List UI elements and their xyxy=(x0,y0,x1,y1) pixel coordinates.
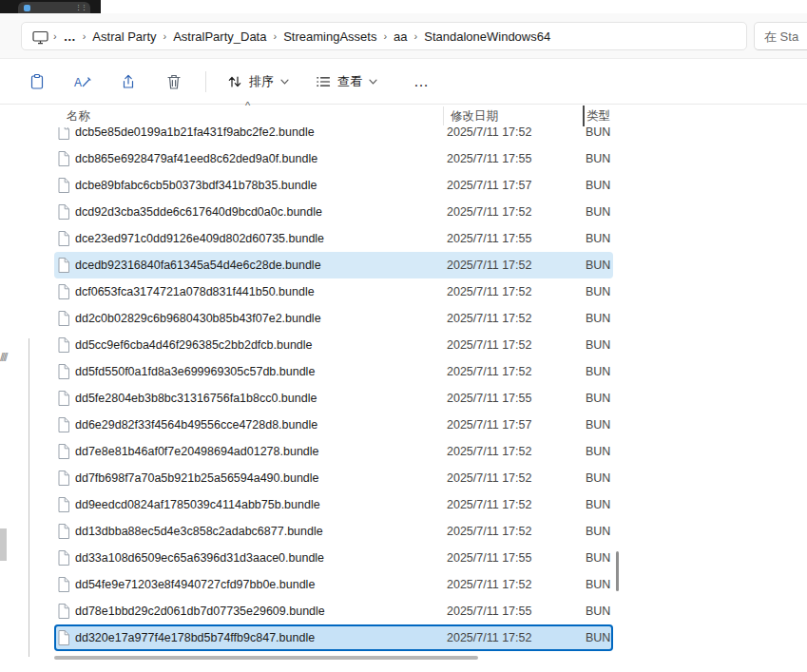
breadcrumb: › … › Astral Party › AstralParty_Data › … xyxy=(21,22,747,50)
file-row[interactable]: dd5fd550f0a1fd8a3e699969305c57db.bundle … xyxy=(54,358,613,385)
paste-button[interactable] xyxy=(21,66,53,98)
file-date: 2025/7/11 17:55 xyxy=(447,152,586,165)
file-date: 2025/7/11 17:55 xyxy=(447,605,586,618)
pane-divider[interactable] xyxy=(29,338,29,657)
share-icon xyxy=(120,73,137,90)
file-row[interactable]: dcf0653fca3174721a078d831f441b50.bundle … xyxy=(54,278,613,305)
file-row[interactable]: dd7fb698f7a70a5b921b25a56594a490.bundle … xyxy=(54,465,613,491)
more-options-button[interactable]: … xyxy=(402,73,441,90)
file-date: 2025/7/11 17:52 xyxy=(447,259,586,272)
file-row[interactable]: dd9eedcd0824af1785039c4114abb75b.bundle … xyxy=(54,491,613,518)
delete-button[interactable] xyxy=(158,66,190,98)
file-icon xyxy=(57,178,70,193)
file-type: BUN xyxy=(586,205,610,219)
file-row[interactable]: dd13dbba88ec5d4e3c858c2adabc6877.bundle … xyxy=(54,518,613,545)
file-row[interactable]: dcedb92316840fa61345a54d4e6c28de.bundle … xyxy=(54,252,613,278)
file-row[interactable]: dd320e17a977f4e178bd5b74ffb9c847.bundle … xyxy=(54,624,613,651)
file-row[interactable]: dd54fe9e71203e8f4940727cfd97bb0e.bundle … xyxy=(54,571,613,598)
view-list-icon xyxy=(316,75,331,88)
file-type: BUN xyxy=(586,232,610,245)
file-row[interactable]: dd7e8e81b46af0f7e20498694ad01278.bundle … xyxy=(54,438,613,465)
view-button[interactable]: 查看 xyxy=(308,66,385,98)
file-date: 2025/7/11 17:52 xyxy=(447,631,586,644)
file-name: dd320e17a977f4e178bd5b74ffb9c847.bundle xyxy=(75,631,447,644)
file-name: dd13dbba88ec5d4e3c858c2adabc6877.bundle xyxy=(75,525,447,538)
breadcrumb-overflow-button[interactable]: … xyxy=(58,29,82,44)
file-date: 2025/7/11 17:55 xyxy=(447,392,586,405)
column-header-date[interactable]: 修改日期 xyxy=(451,105,498,127)
file-row[interactable]: dd33a108d6509ec65a6396d31d3aace0.bundle … xyxy=(54,545,613,571)
column-divider[interactable] xyxy=(443,106,444,125)
tab-grip-icon: ⋮⋮ xyxy=(75,3,86,12)
file-row[interactable]: dcbe89bfabc6cb5b0373bdf341b78b35.bundle … xyxy=(54,172,613,199)
file-name: dd7fb698f7a70a5b921b25a56594a490.bundle xyxy=(75,471,447,485)
file-date: 2025/7/11 17:52 xyxy=(447,338,586,352)
file-name: dd2c0b02829c6b9680430b85b43f07e2.bundle xyxy=(75,312,447,325)
file-type: BUN xyxy=(586,312,610,325)
file-name: dcedb92316840fa61345a54d4e6c28de.bundle xyxy=(75,259,447,272)
file-type: BUN xyxy=(586,525,610,538)
file-date: 2025/7/11 17:52 xyxy=(447,312,586,325)
file-type: BUN xyxy=(586,471,610,485)
file-name: dd33a108d6509ec65a6396d31d3aace0.bundle xyxy=(75,551,447,565)
file-icon xyxy=(57,364,70,379)
rename-button[interactable]: A xyxy=(67,66,99,98)
file-type: BUN xyxy=(586,392,610,405)
breadcrumb-item[interactable]: StandaloneWindows64 xyxy=(418,29,556,44)
splitter-grip-icon[interactable]: //// xyxy=(0,350,6,364)
file-date: 2025/7/11 17:52 xyxy=(447,125,586,139)
file-date: 2025/7/11 17:52 xyxy=(447,365,586,378)
left-scrollbar-thumb[interactable] xyxy=(0,528,7,561)
sort-label: 排序 xyxy=(249,73,274,90)
file-date: 2025/7/11 17:52 xyxy=(447,578,586,591)
file-type: BUN xyxy=(586,125,610,139)
file-type: BUN xyxy=(586,152,610,165)
file-row[interactable]: dce23ed971c0dd9126e409d802d60735.bundle … xyxy=(54,225,613,252)
vertical-scrollbar-thumb[interactable] xyxy=(616,551,619,591)
sort-ascending-icon: ^ xyxy=(245,100,250,111)
file-row[interactable]: dd78e1bbd29c2d061db7d07735e29609.bundle … xyxy=(54,598,613,624)
file-icon xyxy=(57,391,70,406)
column-headers: ^ 名称 修改日期 类型 xyxy=(54,105,617,127)
breadcrumb-item[interactable]: StreamingAssets xyxy=(278,29,382,44)
file-type: BUN xyxy=(586,365,610,378)
file-row[interactable]: dd5fe2804eb3b8bc31316756fa1b8cc0.bundle … xyxy=(54,385,613,412)
tab-app-icon xyxy=(24,5,30,11)
this-pc-icon[interactable] xyxy=(32,30,48,45)
file-icon xyxy=(57,417,70,432)
file-icon xyxy=(57,258,70,273)
file-name: dcb865e6928479af41eed8c62ded9a0f.bundle xyxy=(75,152,447,165)
file-icon xyxy=(57,204,70,220)
breadcrumb-item[interactable]: Astral Party xyxy=(86,29,162,44)
file-name: dcd92d3cba35dde6c617640d9bcd0a0c.bundle xyxy=(75,205,447,219)
file-row[interactable]: dd5cc9ef6cba4d46f296385c2bb2dfcb.bundle … xyxy=(54,332,613,358)
file-date: 2025/7/11 17:52 xyxy=(447,285,586,298)
breadcrumb-item[interactable]: AstralParty_Data xyxy=(167,29,272,44)
column-header-name[interactable]: 名称 xyxy=(67,105,90,127)
file-type: BUN xyxy=(586,259,610,272)
file-icon xyxy=(57,444,70,459)
column-header-type[interactable]: 类型 xyxy=(586,105,610,127)
file-type: BUN xyxy=(586,578,610,591)
file-row[interactable]: dd6e29d82f33f4564b49556cce4728d8.bundle … xyxy=(54,412,613,438)
chevron-down-icon xyxy=(369,79,377,85)
search-input[interactable] xyxy=(754,22,807,50)
file-date: 2025/7/11 17:52 xyxy=(447,445,586,458)
file-date: 2025/7/11 17:52 xyxy=(447,525,586,538)
explorer-tab[interactable]: ⋮⋮ xyxy=(18,2,90,13)
file-row[interactable]: dd2c0b02829c6b9680430b85b43f07e2.bundle … xyxy=(54,305,613,332)
sort-button[interactable]: 排序 xyxy=(220,66,297,98)
horizontal-scrollbar-thumb[interactable] xyxy=(54,656,478,660)
share-button[interactable] xyxy=(112,66,144,98)
file-date: 2025/7/11 17:55 xyxy=(447,232,586,245)
file-icon xyxy=(57,604,70,619)
breadcrumb-item[interactable]: aa xyxy=(388,29,413,44)
file-name: dd5fe2804eb3b8bc31316756fa1b8cc0.bundle xyxy=(75,392,447,405)
sort-arrows-icon xyxy=(227,74,242,89)
file-row[interactable]: dcd92d3cba35dde6c617640d9bcd0a0c.bundle … xyxy=(54,199,613,225)
file-name: dd9eedcd0824af1785039c4114abb75b.bundle xyxy=(75,498,447,511)
view-label: 查看 xyxy=(337,73,362,90)
file-row[interactable]: dcb865e6928479af41eed8c62ded9a0f.bundle … xyxy=(54,145,613,172)
file-type: BUN xyxy=(586,179,610,192)
column-divider[interactable] xyxy=(583,106,585,126)
